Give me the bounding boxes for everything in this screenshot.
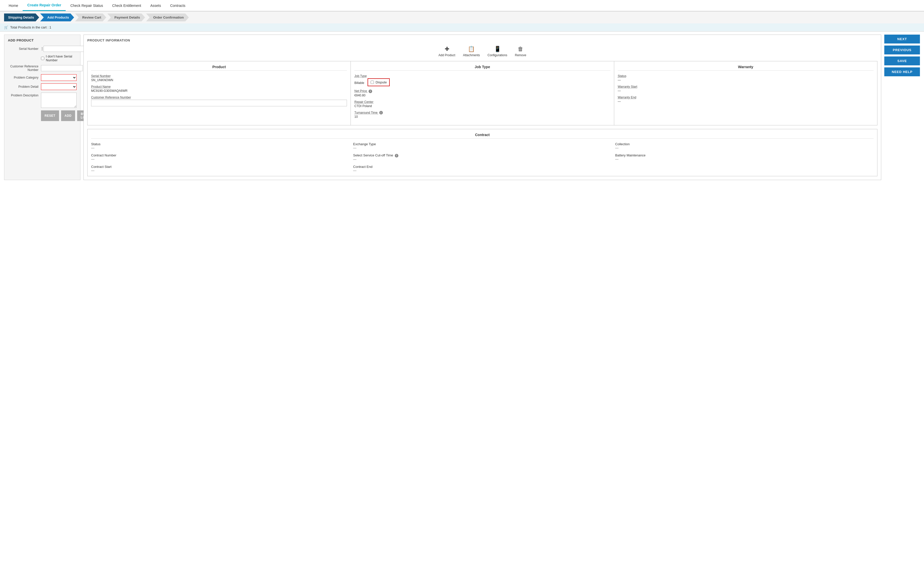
serial-number-field-label: Serial Number — [91, 74, 347, 78]
job-type-field: Job Type Billable Dispute — [354, 74, 610, 86]
no-serial-label: I don't have Serial Number — [46, 54, 77, 62]
add-product-icon: ✚ — [445, 46, 449, 52]
no-serial-row: I don't have Serial Number — [41, 54, 77, 62]
add-button[interactable]: ADD — [61, 110, 75, 121]
contract-grid: Status — Exchange Type — Collection — Co… — [91, 142, 874, 173]
customer-ref-number-input[interactable] — [91, 100, 347, 106]
battery-maintenance-value: — — [615, 157, 874, 161]
reset-button[interactable]: RESET — [41, 110, 59, 121]
warranty-start-field: Warranty Start — — [618, 85, 874, 93]
contract-end-value: — — [353, 169, 611, 173]
customer-ref-input[interactable] — [41, 65, 83, 71]
contract-end-label: Contract End — [353, 165, 611, 169]
battery-maintenance-label: Battery Maintenance — [615, 153, 874, 157]
warranty-start-label: Warranty Start — [618, 85, 874, 88]
repair-center-value: CTDI Poland — [354, 104, 610, 108]
attachments-toolbar-item[interactable]: 📋 Attachments — [463, 46, 480, 57]
configurations-toolbar-label: Configurations — [488, 53, 507, 57]
remove-icon: 🗑 — [518, 46, 523, 52]
cart-icon: 🛒 — [4, 25, 8, 29]
serial-number-info-icon[interactable]: i — [42, 47, 42, 51]
serial-number-label: Serial Number — [8, 47, 41, 51]
serial-number-input[interactable] — [43, 46, 85, 52]
product-name-field-label: Product Name — [91, 85, 347, 88]
nav-contracts[interactable]: Contracts — [166, 0, 190, 11]
serial-number-row: Serial Number i — [8, 46, 77, 52]
contract-start-value: — — [91, 169, 350, 173]
battery-maintenance-field: Battery Maintenance — — [615, 153, 874, 161]
warranty-end-label: Warranty End — [618, 96, 874, 99]
serial-number-field-value: SN_UNKNOWN — [91, 78, 347, 82]
exchange-type-label: Exchange Type — [353, 142, 611, 146]
problem-category-select[interactable] — [41, 74, 77, 81]
net-price-info-icon[interactable]: i — [368, 90, 372, 93]
warranty-status-field: Status — — [618, 74, 874, 82]
collection-label: Collection — [615, 142, 874, 146]
warranty-end-field: Warranty End — — [618, 96, 874, 103]
problem-desc-label: Problem Description — [8, 93, 41, 108]
add-product-toolbar-label: Add Product — [439, 53, 455, 57]
stepper: Shipping Details Add Products Review Car… — [0, 11, 924, 23]
turnaround-time-label: Turnaround Time i — [354, 111, 610, 115]
step-order-confirmation[interactable]: Order Confirmation — [146, 14, 189, 22]
warranty-column-header: Warranty — [618, 65, 874, 71]
top-navigation: Home Create Repair Order Check Repair St… — [0, 0, 924, 11]
cart-bar: 🛒 Total Products in the cart : 1 — [0, 23, 924, 32]
nav-check-repair-status[interactable]: Check Repair Status — [66, 0, 107, 11]
configurations-toolbar-item[interactable]: 📱 Configurations — [488, 46, 507, 57]
right-buttons: NEXT PREVIOUS SAVE NEED HELP — [884, 35, 920, 180]
warranty-column: Warranty Status — Warranty Start — Warra… — [614, 61, 877, 125]
configurations-icon: 📱 — [494, 46, 501, 52]
service-cut-off-info-icon[interactable]: i — [395, 154, 398, 157]
problem-detail-select[interactable] — [41, 83, 77, 90]
job-type-label: Job Type — [354, 74, 610, 78]
repair-center-field: Repair Center CTDI Poland — [354, 100, 610, 108]
next-button[interactable]: NEXT — [884, 35, 920, 43]
save-button[interactable]: SAVE — [884, 57, 920, 65]
problem-detail-row: Problem Detail — [8, 83, 77, 90]
add-product-toolbar-item[interactable]: ✚ Add Product — [439, 46, 455, 57]
warranty-status-label: Status — [618, 74, 874, 78]
contract-status-value: — — [91, 146, 350, 150]
form-action-buttons: RESET ADD BULK LOAD — [41, 110, 77, 121]
product-toolbar: ✚ Add Product 📋 Attachments 📱 Configurat… — [87, 46, 878, 57]
nav-assets[interactable]: Assets — [145, 0, 166, 11]
turnaround-time-value: 10 — [354, 115, 610, 119]
contract-section: Contract Status — Exchange Type — Collec… — [87, 129, 878, 176]
customer-ref-number-label: Customer Reference Number — [91, 96, 347, 99]
customer-ref-label: Customer Reference Number — [8, 65, 41, 72]
job-type-column-header: Job Type — [354, 65, 610, 71]
step-payment-details[interactable]: Payment Details — [107, 14, 145, 22]
add-product-title: ADD PRODUCT — [8, 39, 77, 42]
need-help-button[interactable]: NEED HELP — [884, 67, 920, 76]
exchange-type-value: — — [353, 146, 611, 150]
problem-desc-textarea[interactable] — [41, 93, 77, 108]
remove-toolbar-item[interactable]: 🗑 Remove — [515, 46, 526, 57]
service-cut-off-value: — — [353, 157, 611, 161]
net-price-value: €840.80 — [354, 94, 610, 97]
turnaround-info-icon[interactable]: i — [379, 111, 383, 114]
product-column: Product Serial Number SN_UNKNOWN Product… — [88, 61, 351, 125]
product-info-panel: PRODUCT INFORMATION ✚ Add Product 📋 Atta… — [84, 35, 881, 180]
step-add-products[interactable]: Add Products — [40, 14, 74, 22]
exchange-type-field: Exchange Type — — [353, 142, 611, 150]
step-review-cart[interactable]: Review Cart — [75, 14, 106, 22]
dispute-checkbox[interactable] — [371, 80, 374, 84]
customer-ref-row: Customer Reference Number — [8, 65, 77, 72]
nav-create-repair-order[interactable]: Create Repair Order — [23, 0, 66, 11]
service-cut-off-label: Select Service Cut-off Time i — [353, 153, 611, 157]
warranty-end-value: — — [618, 100, 874, 103]
previous-button[interactable]: PREVIOUS — [884, 46, 920, 54]
remove-toolbar-label: Remove — [515, 53, 526, 57]
add-product-panel: ADD PRODUCT Serial Number i I don't have… — [4, 35, 80, 180]
step-shipping-details[interactable]: Shipping Details — [4, 14, 39, 22]
nav-check-entitlement[interactable]: Check Entitlement — [108, 0, 146, 11]
turnaround-time-field: Turnaround Time i 10 — [354, 111, 610, 119]
contract-start-label: Contract Start — [91, 165, 350, 169]
contract-number-label: Contract Number — [91, 153, 350, 157]
nav-home[interactable]: Home — [4, 0, 23, 11]
problem-desc-row: Problem Description — [8, 93, 77, 108]
no-serial-checkbox[interactable] — [41, 57, 44, 60]
collection-value: — — [615, 146, 874, 150]
collection-field: Collection — — [615, 142, 874, 150]
